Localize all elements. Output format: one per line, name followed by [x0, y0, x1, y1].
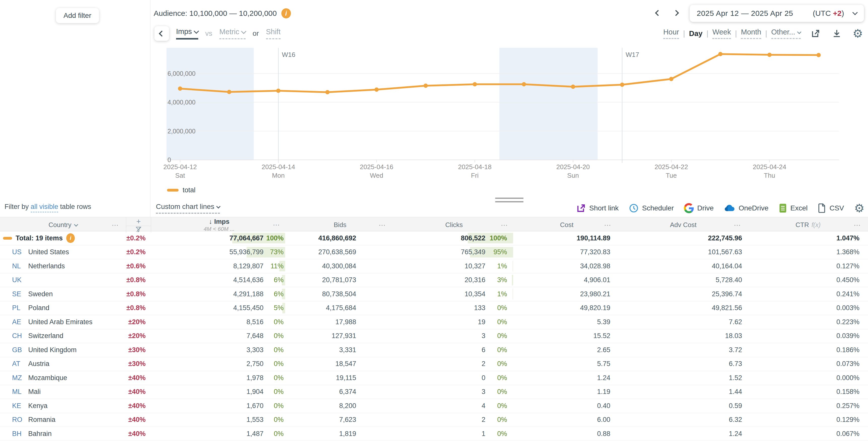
- clicks-cell: 1330%: [393, 301, 515, 315]
- column-header-country[interactable]: Country ⋯: [0, 217, 126, 233]
- granularity-hour[interactable]: Hour: [663, 28, 679, 39]
- cost-cell: 15.52: [515, 329, 618, 343]
- granularity-week[interactable]: Week: [712, 28, 731, 39]
- svg-text:2025-04-20: 2025-04-20: [556, 163, 590, 171]
- country-code[interactable]: AE: [12, 318, 28, 326]
- table-row[interactable]: ATAustria±30%2,7500%18,54720%5.756.730.0…: [0, 357, 868, 371]
- table-row[interactable]: UK±0.8%4,514,6366%20,781,07320,3163%4,90…: [0, 273, 868, 287]
- onedrive-button[interactable]: OneDrive: [724, 204, 768, 212]
- table-row[interactable]: AEUnited Arab Emirates±20%8,5160%17,9881…: [0, 315, 868, 329]
- column-header-bids[interactable]: Bids ⋯: [287, 217, 393, 233]
- country-name: Netherlands: [28, 262, 65, 270]
- country-code[interactable]: US: [12, 248, 28, 256]
- country-code[interactable]: SE: [12, 290, 28, 298]
- clicks-cell: 40%: [393, 399, 515, 413]
- download-icon[interactable]: [831, 27, 843, 40]
- drive-button[interactable]: Drive: [684, 203, 714, 213]
- column-menu-icon[interactable]: ⋯: [112, 221, 119, 229]
- info-icon[interactable]: i: [281, 8, 291, 19]
- country-code[interactable]: PL: [12, 304, 28, 312]
- chevron-down-icon: [74, 222, 78, 227]
- granularity-other[interactable]: Other...: [771, 28, 801, 39]
- country-code[interactable]: MZ: [12, 374, 28, 382]
- svg-text:6,000,000: 6,000,000: [167, 70, 195, 77]
- csv-button[interactable]: CSV: [817, 203, 844, 213]
- column-header-adv-cost[interactable]: Adv Cost ⋯: [618, 217, 748, 233]
- column-menu-icon[interactable]: ⋯: [379, 221, 386, 229]
- country-code[interactable]: UK: [12, 276, 28, 284]
- adv-cost-cell: 101,567.63: [618, 245, 748, 259]
- column-menu-icon[interactable]: ⋯: [604, 221, 611, 229]
- country-code[interactable]: CH: [12, 332, 28, 340]
- adv-cost-cell: 1.44: [618, 385, 748, 399]
- clicks-cell: 10,3541%: [393, 287, 515, 301]
- filter-funnel-icon[interactable]: [126, 226, 151, 233]
- granularity-day[interactable]: Day: [689, 29, 703, 38]
- ctr-cell: 0.000%: [748, 371, 868, 385]
- tolerance-cell: ±30%: [126, 357, 151, 371]
- country-name: Sweden: [28, 290, 53, 298]
- country-code[interactable]: ML: [12, 388, 28, 396]
- excel-button[interactable]: Excel: [779, 203, 808, 213]
- country-code[interactable]: KE: [12, 402, 28, 410]
- column-header-imps[interactable]: ↓Imps 4M < 60M ... ⋯: [151, 217, 287, 233]
- add-filter-button[interactable]: Add filter: [56, 8, 99, 23]
- next-period-button[interactable]: [672, 9, 680, 18]
- table-row[interactable]: GBUnited Kingdom±30%3,3030%3,33160%2.653…: [0, 343, 868, 357]
- column-menu-icon[interactable]: ⋯: [273, 222, 280, 229]
- open-in-new-icon[interactable]: [809, 27, 822, 40]
- table-row[interactable]: SESweden±0.8%4,291,1886%80,738,50410,354…: [0, 287, 868, 301]
- column-header-ctr[interactable]: CTRf(x) ⋯: [748, 217, 868, 233]
- column-menu-icon[interactable]: ⋯: [501, 221, 508, 229]
- all-visible-link[interactable]: all visible: [31, 203, 58, 212]
- tolerance-cell: ±0.8%: [126, 287, 151, 301]
- svg-text:2025-04-14: 2025-04-14: [262, 163, 295, 171]
- country-code[interactable]: NL: [12, 262, 28, 270]
- table-header: Country ⋯ + ↓Imps 4M < 60M ... ⋯ Bids ⋯ …: [0, 217, 868, 231]
- table-settings-button[interactable]: ⚙: [854, 202, 865, 214]
- bids-cell: 4,175,684: [287, 301, 393, 315]
- table-row[interactable]: RORomania±40%1,5530%7,62320%6.006.320.12…: [0, 413, 868, 427]
- country-code[interactable]: GB: [12, 346, 28, 354]
- svg-text:Tue: Tue: [666, 172, 677, 179]
- table-row[interactable]: NLNetherlands±0.6%8,129,80711%40,300,084…: [0, 259, 868, 273]
- table-row[interactable]: PLPoland±0.8%4,155,4505%4,175,6841330%49…: [0, 301, 868, 315]
- column-header-tolerance: +: [126, 217, 151, 233]
- prev-period-button[interactable]: [654, 9, 662, 18]
- imps-cell: 55,936,79973%: [151, 245, 287, 259]
- column-menu-icon[interactable]: ⋯: [734, 221, 741, 229]
- shift-selector[interactable]: Shift: [266, 28, 281, 39]
- date-range-picker[interactable]: 2025 Apr 12 — 2025 Apr 25 (UTC +2): [690, 5, 864, 22]
- imps-cell: 1,6700%: [151, 399, 287, 413]
- table-row-total[interactable]: Total: 19 itemsi±0.2%77,064,667100%416,8…: [0, 231, 868, 245]
- column-header-cost[interactable]: Cost ⋯: [515, 217, 618, 233]
- country-code[interactable]: AT: [12, 360, 28, 368]
- table-row[interactable]: BHBahrain±40%1,4870%1,81910%0.881.240.06…: [0, 427, 868, 441]
- bids-cell: 8,200: [287, 399, 393, 413]
- cost-cell: 2.65: [515, 343, 618, 357]
- country-cell: NLNetherlands: [0, 259, 126, 273]
- gear-icon[interactable]: ⚙: [851, 27, 864, 40]
- country-code[interactable]: RO: [12, 416, 28, 423]
- table-row[interactable]: KEKenya±40%1,6700%8,20040%0.400.590.257%: [0, 399, 868, 413]
- column-menu-icon[interactable]: ⋯: [854, 221, 861, 229]
- column-header-clicks[interactable]: Clicks ⋯: [393, 217, 515, 233]
- add-column-button[interactable]: +: [126, 217, 151, 226]
- short-link-button[interactable]: Short link: [576, 203, 619, 213]
- scheduler-button[interactable]: Scheduler: [629, 203, 674, 213]
- info-icon[interactable]: i: [66, 233, 75, 243]
- collapse-chart-button[interactable]: [154, 26, 169, 41]
- chart-legend[interactable]: total: [167, 186, 195, 194]
- ctr-cell: 1.368%: [748, 245, 868, 259]
- table-row[interactable]: MZMozambique±40%1,9780%19,11500%1.241.52…: [0, 371, 868, 385]
- custom-chart-lines-selector[interactable]: Custom chart lines: [156, 203, 220, 214]
- table-row[interactable]: CHSwitzerland±20%7,6480%127,93130%15.521…: [0, 329, 868, 343]
- total-imps-line-chart: W16W1702,000,0004,000,0006,000,0002025-0…: [150, 40, 868, 185]
- granularity-month[interactable]: Month: [741, 28, 761, 39]
- table-row[interactable]: MLMali±40%1,9040%6,37430%1.191.440.158%: [0, 385, 868, 399]
- table-row[interactable]: USUnited States±0.2%55,936,79973%270,638…: [0, 245, 868, 260]
- metric-secondary-selector[interactable]: Metric: [219, 28, 246, 39]
- metric-primary-selector[interactable]: Imps: [176, 28, 198, 39]
- country-code[interactable]: BH: [12, 430, 28, 438]
- clicks-cell: 20,3163%: [393, 273, 515, 287]
